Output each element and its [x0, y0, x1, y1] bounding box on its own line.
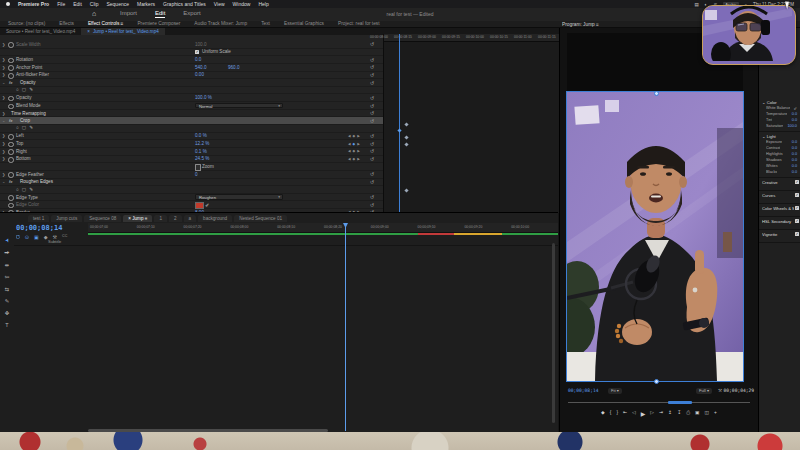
- add-marker-button[interactable]: ◆: [601, 410, 605, 417]
- prev-keyframe-icon[interactable]: ◀: [348, 134, 351, 138]
- hand-tool[interactable]: ✥: [5, 310, 10, 316]
- param-value[interactable]: 0.0: [792, 140, 797, 144]
- transform-handle-bottom[interactable]: [654, 379, 659, 384]
- effect-row-top[interactable]: ❯Top12.2 %◀◆▶↺: [0, 140, 383, 148]
- timeline-tab-1[interactable]: 1: [154, 215, 167, 222]
- section-title[interactable]: Color Wheels & Match: [762, 206, 794, 211]
- next-keyframe-icon[interactable]: ▶: [357, 149, 360, 153]
- chevron-right-icon[interactable]: ❯: [2, 111, 5, 116]
- reset-param-icon[interactable]: ↺: [370, 103, 374, 109]
- mask-pen-icon[interactable]: ✎: [29, 87, 33, 92]
- program-video-frame[interactable]: [567, 92, 743, 381]
- dropdown-blend-mode[interactable]: Normal▾: [195, 103, 283, 108]
- chevron-right-icon[interactable]: ❯: [2, 42, 5, 47]
- step-back-button[interactable]: ◁: [632, 410, 636, 417]
- effect-row-edge-feather[interactable]: ❯Edge Feather0↺: [0, 171, 383, 179]
- close-icon[interactable]: ×: [87, 29, 90, 34]
- chevron-right-icon[interactable]: ❯: [2, 149, 5, 154]
- param-value[interactable]: 24.5 %: [195, 156, 209, 161]
- effect-row-zoom[interactable]: Zoom: [0, 163, 383, 171]
- transform-handle-top[interactable]: [654, 91, 659, 96]
- chevron-right-icon[interactable]: ❯: [2, 72, 5, 77]
- next-keyframe-icon[interactable]: ▶: [357, 157, 360, 161]
- playback-resolution-select[interactable]: Full ▾: [696, 388, 712, 394]
- effect-row-edge-color[interactable]: Edge Color✐↺: [0, 201, 383, 209]
- timeline-tab-test-1[interactable]: test 1: [28, 215, 49, 222]
- safe-margins-button[interactable]: ▣: [695, 410, 700, 417]
- stopwatch-icon[interactable]: [8, 42, 14, 48]
- reset-param-icon[interactable]: ↺: [370, 72, 374, 78]
- mask-pen-icon[interactable]: ✎: [29, 187, 33, 192]
- reset-effect-icon[interactable]: ↺: [370, 110, 374, 116]
- prev-keyframe-icon[interactable]: ◀: [348, 142, 351, 146]
- chevron-right-icon[interactable]: ❯: [2, 95, 5, 100]
- panel-tab-4[interactable]: Audio Track Mixer: Jump: [194, 21, 247, 26]
- reset-effect-icon[interactable]: ↺: [370, 118, 374, 124]
- keyframe-diamond-icon[interactable]: [404, 122, 408, 126]
- stopwatch-icon[interactable]: [8, 58, 14, 64]
- stopwatch-icon[interactable]: [8, 96, 14, 102]
- lumetri-section-vignette[interactable]: Vignette✓: [759, 230, 800, 243]
- timeline-tab-jump[interactable]: × Jump ≡: [123, 215, 152, 222]
- track-select-tool[interactable]: ⮕: [4, 249, 9, 256]
- effect-controls-ruler[interactable]: 00:00:08:0000:00:08:1500:00:09:0000:00:0…: [384, 34, 559, 42]
- effect-row-edge-type[interactable]: Edge TypeRoughen▾↺: [0, 194, 383, 202]
- keyframe-diamond-icon[interactable]: [404, 189, 408, 193]
- checkbox-uniform-scale[interactable]: ✓: [195, 50, 199, 54]
- reset-effect-icon[interactable]: ↺: [370, 179, 374, 185]
- panel-tab-3[interactable]: Premiere Composer: [137, 21, 180, 26]
- keyframe-diamond-icon[interactable]: ◆: [353, 149, 356, 153]
- chevron-down-icon[interactable]: ⌄: [2, 179, 5, 184]
- menubar-item-help[interactable]: Help: [258, 1, 268, 7]
- keyframe-diamond-icon[interactable]: ◆: [353, 157, 356, 161]
- effect-row-masks[interactable]: ○▢✎: [0, 186, 383, 194]
- timeline-tab-nested-sequence-01[interactable]: Nested Sequence 01: [234, 215, 287, 222]
- razor-tool[interactable]: ✄: [5, 274, 10, 280]
- settings-wrench-icon[interactable]: ⚒: [718, 388, 722, 393]
- play-button[interactable]: ▶: [641, 410, 646, 417]
- section-title[interactable]: Creative: [762, 180, 794, 185]
- chevron-right-icon[interactable]: ❯: [2, 57, 5, 62]
- ripple-edit-tool[interactable]: ⇹: [5, 262, 10, 268]
- effect-row-time-remapping[interactable]: ❯Time Remapping↺: [0, 110, 383, 118]
- param-value[interactable]: 0.00: [195, 72, 204, 77]
- menubar-item-premiere-pro[interactable]: Premiere Pro: [18, 1, 49, 7]
- color-swatch[interactable]: [195, 202, 204, 208]
- home-icon[interactable]: ⌂: [92, 10, 96, 17]
- mask-ellipse-icon[interactable]: ○: [16, 87, 19, 92]
- program-timecode[interactable]: 00;00;08;14: [568, 388, 598, 393]
- effect-row-blend-mode[interactable]: Blend ModeNormal▾↺: [0, 102, 383, 110]
- section-enabled-checkbox[interactable]: ✓: [795, 232, 799, 236]
- panel-tab-1[interactable]: Effects: [59, 21, 74, 26]
- stopwatch-icon[interactable]: [8, 195, 14, 201]
- mask-pen-icon[interactable]: ✎: [29, 125, 33, 130]
- section-enabled-checkbox[interactable]: ✓: [795, 219, 799, 223]
- mask-ellipse-icon[interactable]: ○: [16, 125, 19, 130]
- next-keyframe-icon[interactable]: ▶: [357, 142, 360, 146]
- param-value-2[interactable]: 960.0: [228, 65, 240, 70]
- menubar-item-view[interactable]: View: [214, 1, 225, 7]
- effect-row-roughen-edges[interactable]: ⌄fxRoughen Edges↺: [0, 179, 383, 187]
- reset-param-icon[interactable]: ↺: [370, 148, 374, 154]
- keyframe-diamond-icon[interactable]: [404, 142, 408, 146]
- go-to-in-button[interactable]: ⇤: [623, 410, 627, 417]
- lumetri-param-saturation[interactable]: Saturation100.0: [762, 123, 799, 129]
- stopwatch-icon[interactable]: [8, 142, 14, 148]
- keyframe-diamond-icon[interactable]: [404, 135, 408, 139]
- selection-tool[interactable]: ➤: [3, 237, 10, 244]
- param-value[interactable]: 0.0: [792, 170, 797, 174]
- eyedropper-icon[interactable]: ✐: [205, 202, 209, 208]
- param-value[interactable]: 0.0: [792, 152, 797, 156]
- section-enabled-checkbox[interactable]: ✓: [795, 180, 799, 184]
- timeline-timecode[interactable]: 00;00;08;14: [16, 224, 62, 232]
- param-value[interactable]: 0.0: [792, 158, 797, 162]
- step-forward-button[interactable]: ▷: [650, 410, 654, 417]
- param-value[interactable]: 100.0: [195, 42, 207, 47]
- reset-param-icon[interactable]: ↺: [370, 57, 374, 63]
- param-value[interactable]: 12.2 %: [195, 141, 209, 146]
- effect-row-masks[interactable]: ○▢✎: [0, 125, 383, 133]
- workspace-tab-edit[interactable]: Edit: [155, 10, 165, 18]
- reset-param-icon[interactable]: ↺: [370, 41, 374, 47]
- stopwatch-icon[interactable]: [8, 172, 14, 178]
- reset-param-icon[interactable]: ↺: [370, 64, 374, 70]
